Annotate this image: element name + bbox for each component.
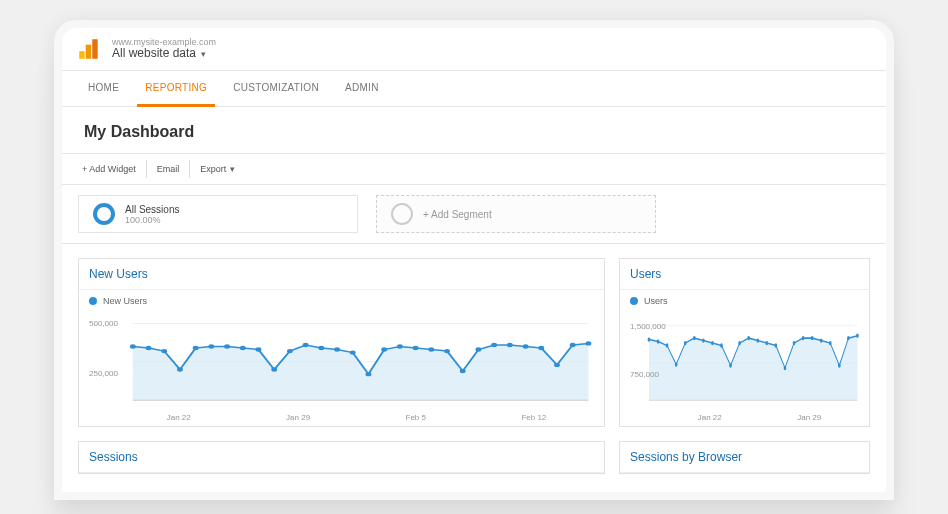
legend-label: New Users [103, 296, 147, 306]
page-title: My Dashboard [62, 107, 886, 154]
svg-point-61 [856, 333, 859, 337]
svg-point-6 [146, 346, 152, 350]
svg-point-11 [224, 344, 230, 348]
svg-point-31 [538, 346, 544, 350]
legend-label: Users [644, 296, 668, 306]
legend-dot-icon [89, 297, 97, 305]
svg-point-46 [720, 343, 723, 347]
add-widget-button[interactable]: + Add Widget [72, 160, 147, 178]
svg-rect-0 [79, 51, 84, 59]
svg-point-42 [684, 341, 687, 345]
widget-title: New Users [79, 259, 604, 290]
add-segment-label: + Add Segment [423, 209, 492, 220]
chart-legend: New Users [79, 290, 604, 306]
svg-point-10 [208, 344, 214, 348]
svg-point-60 [847, 336, 850, 340]
segment-row: All Sessions 100.00% + Add Segment [62, 185, 886, 244]
new-users-widget: New Users New Users 250,000500,000Jan 22… [78, 258, 605, 427]
svg-point-44 [702, 338, 705, 342]
svg-point-55 [802, 336, 805, 340]
svg-point-52 [775, 343, 778, 347]
export-label: Export [200, 164, 226, 174]
laptop-frame: www.mysite-example.com All website data … [54, 20, 894, 500]
sessions-widget: Sessions [78, 441, 605, 474]
widget-title: Users [620, 259, 869, 290]
svg-point-28 [491, 343, 497, 347]
svg-point-49 [747, 336, 750, 340]
segment-title: All Sessions [125, 204, 179, 215]
chevron-down-icon: ▾ [201, 49, 206, 59]
svg-point-17 [318, 346, 324, 350]
svg-point-54 [793, 341, 796, 345]
tab-admin[interactable]: ADMIN [337, 71, 387, 106]
svg-point-32 [554, 363, 560, 367]
email-button[interactable]: Email [147, 160, 191, 178]
svg-point-27 [476, 347, 482, 351]
svg-point-38 [648, 337, 651, 341]
svg-point-50 [756, 338, 759, 342]
widget-title: Sessions [79, 442, 604, 473]
svg-point-41 [675, 362, 678, 366]
header-property-selector[interactable]: www.mysite-example.com All website data … [112, 37, 216, 61]
svg-point-20 [366, 372, 372, 376]
add-segment-button[interactable]: + Add Segment [376, 195, 656, 233]
analytics-logo-icon [76, 36, 102, 62]
export-button[interactable]: Export ▾ [190, 160, 245, 178]
svg-point-57 [820, 338, 823, 342]
svg-rect-2 [92, 39, 97, 59]
main-tabs: HOME REPORTING CUSTOMIZATION ADMIN [62, 71, 886, 107]
chart-legend: Users [620, 290, 869, 306]
new-users-chart: 250,000500,000Jan 22Jan 29Feb 5Feb 12 [79, 306, 604, 426]
svg-point-26 [460, 369, 466, 373]
svg-point-33 [570, 343, 576, 347]
widgets-area: New Users New Users 250,000500,000Jan 22… [62, 244, 886, 488]
segment-ring-icon [93, 203, 115, 225]
svg-point-47 [729, 363, 732, 367]
svg-point-25 [444, 349, 450, 353]
svg-point-48 [738, 341, 741, 345]
svg-point-5 [130, 344, 136, 348]
chevron-down-icon: ▾ [230, 164, 235, 174]
svg-rect-1 [86, 45, 91, 59]
svg-point-58 [829, 341, 832, 345]
svg-point-24 [428, 347, 434, 351]
svg-point-56 [811, 336, 814, 340]
header: www.mysite-example.com All website data … [62, 28, 886, 71]
svg-point-12 [240, 346, 246, 350]
users-chart: 750,0001,500,000Jan 22Jan 29 [620, 306, 869, 426]
segment-placeholder-icon [391, 203, 413, 225]
svg-point-18 [334, 347, 340, 351]
svg-point-43 [693, 336, 696, 340]
svg-point-14 [271, 367, 277, 371]
svg-point-30 [523, 344, 529, 348]
svg-point-22 [397, 344, 403, 348]
legend-dot-icon [630, 297, 638, 305]
svg-point-53 [784, 366, 787, 370]
svg-point-23 [413, 346, 419, 350]
svg-point-13 [256, 347, 262, 351]
tab-home[interactable]: HOME [80, 71, 127, 106]
svg-point-51 [766, 341, 769, 345]
svg-point-16 [303, 343, 309, 347]
svg-point-8 [177, 367, 183, 371]
tab-customization[interactable]: CUSTOMIZATION [225, 71, 327, 106]
toolbar: + Add Widget Email Export ▾ [62, 154, 886, 185]
svg-point-39 [657, 339, 660, 343]
svg-point-29 [507, 343, 513, 347]
svg-point-7 [161, 349, 167, 353]
svg-point-15 [287, 349, 293, 353]
segment-subtitle: 100.00% [125, 215, 179, 225]
sessions-by-browser-widget: Sessions by Browser [619, 441, 870, 474]
tab-reporting[interactable]: REPORTING [137, 71, 215, 107]
svg-point-59 [838, 363, 841, 367]
svg-point-19 [350, 350, 356, 354]
svg-point-9 [193, 346, 199, 350]
svg-point-21 [381, 347, 387, 351]
screen: www.mysite-example.com All website data … [62, 28, 886, 492]
widget-title: Sessions by Browser [620, 442, 869, 473]
segment-all-sessions[interactable]: All Sessions 100.00% [78, 195, 358, 233]
svg-point-40 [666, 343, 669, 347]
svg-point-34 [585, 341, 591, 345]
svg-point-45 [711, 341, 714, 345]
users-widget: Users Users 750,0001,500,000Jan 22Jan 29 [619, 258, 870, 427]
